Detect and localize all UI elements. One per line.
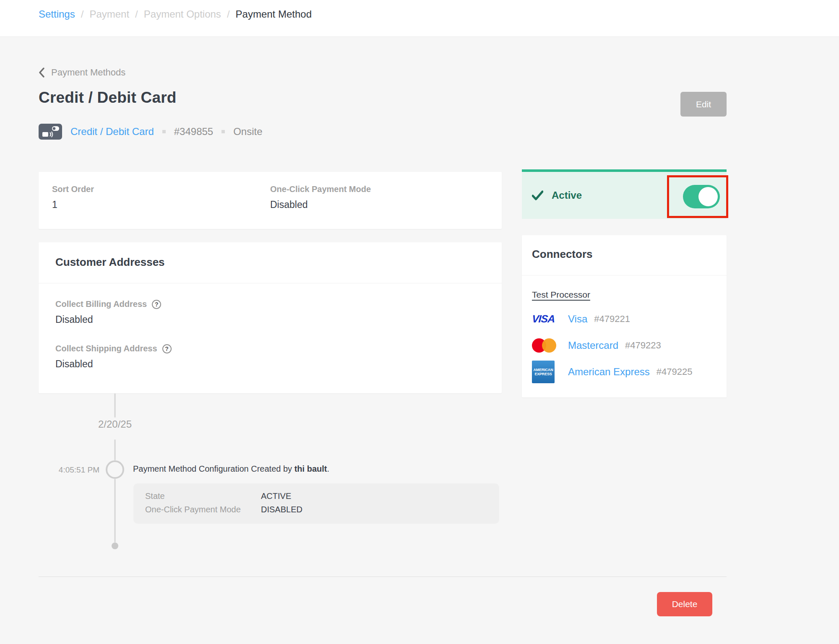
connector-row-amex: AMERICAN EXPRESS American Express #47922… — [522, 358, 727, 385]
one-click-mode-label: One-Click Payment Mode — [270, 184, 488, 194]
delete-button[interactable]: Delete — [657, 592, 712, 616]
breadcrumb-separator: / — [81, 8, 84, 20]
page-title: Credit / Debit Card — [39, 89, 177, 106]
shipping-address-value: Disabled — [55, 358, 485, 370]
visa-link[interactable]: Visa — [568, 313, 587, 325]
timeline-end-dot — [112, 543, 118, 549]
timeline-event-text: Payment Method Configuration Created by … — [133, 464, 329, 474]
one-click-mode-field: One-Click Payment Mode Disabled — [270, 184, 488, 216]
connector-list: VISA Visa #479221 Mastercard #479223 — [522, 306, 727, 385]
test-processor-link[interactable]: Test Processor — [532, 290, 590, 300]
amex-id: #479225 — [657, 366, 693, 377]
breadcrumb-separator: / — [227, 8, 230, 20]
shipping-address-label-text: Collect Shipping Address — [55, 344, 157, 353]
active-toggle[interactable] — [683, 185, 720, 208]
breadcrumb-payment-method: Payment Method — [236, 8, 312, 20]
amex-wordmark-line1: AMERICAN — [534, 368, 553, 372]
divider — [39, 283, 502, 283]
timeline-event-time: 4:05:51 PM — [24, 465, 99, 475]
payment-method-id: #349855 — [174, 126, 213, 138]
shipping-address-field: Collect Shipping Address ? Disabled — [55, 344, 485, 370]
one-click-mode-value: Disabled — [270, 199, 488, 210]
timeline-line — [114, 393, 116, 418]
connectors-title: Connectors — [522, 235, 727, 261]
visa-logo-icon: VISA — [532, 313, 568, 325]
toggle-knob — [698, 187, 718, 206]
separator-square — [162, 130, 166, 133]
billing-address-value: Disabled — [55, 314, 485, 325]
help-icon[interactable]: ? — [152, 300, 161, 309]
event-text-suffix: . — [327, 464, 329, 473]
amex-link[interactable]: American Express — [568, 366, 650, 378]
active-status-panel: Active — [522, 169, 727, 219]
breadcrumb-settings[interactable]: Settings — [39, 8, 75, 20]
payment-method-link[interactable]: Credit / Debit Card — [70, 126, 154, 138]
connectors-card: Connectors Test Processor VISA Visa #479… — [522, 235, 727, 397]
detail-one-click-value: DISABLED — [261, 505, 499, 514]
breadcrumb: Settings / Payment / Payment Options / P… — [39, 8, 312, 20]
mastercard-id: #479223 — [625, 340, 661, 351]
edit-button[interactable]: Edit — [680, 92, 727, 117]
timeline-event-marker — [106, 460, 124, 479]
payment-method-page: Settings / Payment / Payment Options / P… — [0, 0, 839, 644]
back-link-label: Payment Methods — [51, 67, 125, 78]
back-link[interactable]: Payment Methods — [39, 67, 125, 78]
event-actor: thi bault — [294, 464, 327, 473]
timeline-line — [114, 479, 116, 543]
payment-method-channel: Onsite — [233, 126, 262, 138]
amex-logo-icon: AMERICAN EXPRESS — [532, 361, 568, 383]
breadcrumb-separator: / — [135, 8, 138, 20]
billing-address-label: Collect Billing Address ? — [55, 299, 485, 309]
breadcrumb-payment-options: Payment Options — [144, 8, 221, 20]
timeline-event-details: State ACTIVE One-Click Payment Mode DISA… — [133, 483, 499, 524]
timeline-line — [114, 439, 116, 460]
sort-order-field: Sort Order 1 — [52, 184, 270, 216]
connector-row-visa: VISA Visa #479221 — [522, 306, 727, 332]
amex-wordmark-line2: EXPRESS — [534, 372, 552, 376]
divider — [522, 275, 727, 275]
visa-wordmark: VISA — [532, 313, 555, 325]
payment-method-meta: Credit / Debit Card #349855 Onsite — [39, 122, 263, 141]
active-status-label: Active — [552, 190, 582, 201]
timeline-date: 2/20/25 — [69, 418, 161, 430]
credit-card-icon — [39, 124, 62, 140]
billing-address-field: Collect Billing Address ? Disabled — [55, 299, 485, 325]
separator-square — [221, 130, 225, 133]
detail-state-label: State — [145, 491, 261, 501]
shipping-address-label: Collect Shipping Address ? — [55, 344, 485, 353]
billing-address-label-text: Collect Billing Address — [55, 299, 147, 309]
bottom-divider — [39, 576, 727, 577]
sort-order-value: 1 — [52, 199, 270, 210]
detail-state-value: ACTIVE — [261, 491, 499, 501]
checkmark-icon — [532, 190, 543, 200]
mastercard-link[interactable]: Mastercard — [568, 340, 618, 351]
detail-one-click-label: One-Click Payment Mode — [145, 505, 261, 514]
customer-addresses-card: Customer Addresses Collect Billing Addre… — [39, 242, 502, 393]
connector-row-mastercard: Mastercard #479223 — [522, 332, 727, 358]
chevron-left-icon — [39, 68, 44, 78]
help-icon[interactable]: ? — [162, 344, 172, 353]
summary-card: Sort Order 1 One-Click Payment Mode Disa… — [39, 172, 502, 229]
top-bar: Settings / Payment / Payment Options / P… — [0, 0, 839, 37]
mastercard-logo-icon — [532, 338, 568, 353]
sort-order-label: Sort Order — [52, 184, 270, 194]
visa-id: #479221 — [594, 314, 630, 325]
breadcrumb-payment: Payment — [89, 8, 129, 20]
customer-addresses-title: Customer Addresses — [39, 242, 502, 269]
event-text-prefix: Payment Method Configuration Created by — [133, 464, 294, 473]
